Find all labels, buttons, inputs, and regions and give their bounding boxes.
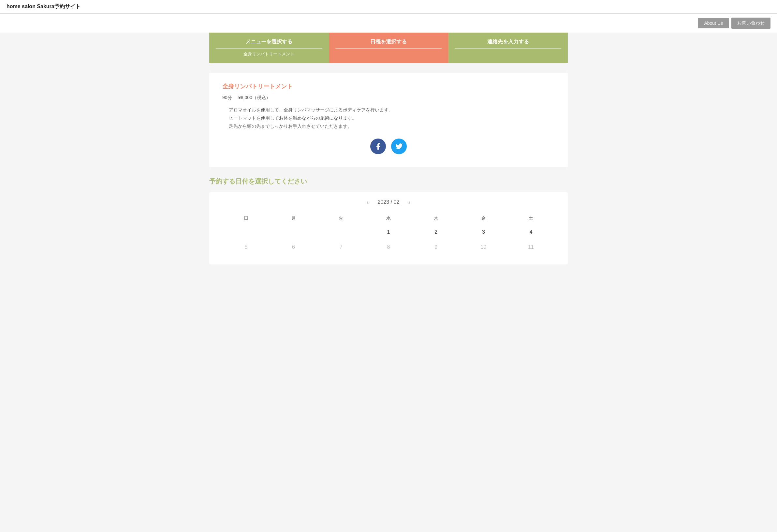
step-contact-title: 連絡先を入力する [455, 38, 561, 48]
facebook-icon[interactable] [370, 138, 386, 154]
calendar-day: 7 [317, 240, 365, 254]
steps-bar: メニューを選択する 全身リンパトリートメント 日程を選択する 連絡先を入力する [209, 32, 568, 63]
calendar-day [270, 225, 317, 240]
service-card: 全身リンパトリートメント 90分 ¥8,000（税込） アロマオイルを使用して、… [209, 73, 568, 167]
social-icons [222, 138, 555, 154]
calendar-day: 6 [270, 240, 317, 254]
service-price: ¥8,000（税込） [238, 95, 270, 100]
calendar-day: 10 [460, 240, 508, 254]
calendar-section: 予約する日付を選択してください ‹ 2023 / 02 › 日 月 火 水 木 … [209, 177, 568, 264]
contact-button[interactable]: お問い合わせ [732, 18, 771, 29]
calendar-day[interactable]: 2 [412, 225, 460, 240]
step-menu-sub: 全身リンパトリートメント [216, 51, 322, 57]
prev-month-button[interactable]: ‹ [364, 199, 371, 206]
service-description: アロマオイルを使用して、全身リンパマッサージによるボディケアを行います。 ヒート… [222, 106, 555, 131]
top-bar: home salon Sakura予約サイト [0, 0, 777, 14]
step-date[interactable]: 日程を選択する [329, 32, 448, 63]
weekday-tue: 火 [317, 212, 365, 225]
twitter-icon[interactable] [391, 138, 407, 154]
step-menu[interactable]: メニューを選択する 全身リンパトリートメント [209, 32, 329, 63]
weekday-fri: 金 [460, 212, 508, 225]
calendar-day [317, 225, 365, 240]
calendar-row: 1234 [222, 225, 555, 240]
calendar-weekdays: 日 月 火 水 木 金 土 [222, 212, 555, 225]
weekday-thu: 木 [412, 212, 460, 225]
calendar-day: 9 [412, 240, 460, 254]
calendar-row: 567891011 [222, 240, 555, 254]
calendar-container: ‹ 2023 / 02 › 日 月 火 水 木 金 土 1 [209, 192, 568, 264]
about-us-button[interactable]: About Us [698, 18, 729, 28]
service-desc-line1: アロマオイルを使用して、全身リンパマッサージによるボディケアを行います。 [229, 106, 555, 114]
calendar-month-display: 2023 / 02 [378, 199, 400, 205]
step-menu-title: メニューを選択する [216, 38, 322, 48]
weekday-sat: 土 [507, 212, 555, 225]
calendar-day[interactable]: 1 [365, 225, 412, 240]
calendar-day[interactable]: 3 [460, 225, 508, 240]
calendar-nav: ‹ 2023 / 02 › [222, 199, 555, 206]
weekday-sun: 日 [222, 212, 270, 225]
service-duration: 90分 [222, 95, 232, 100]
calendar-day: 11 [507, 240, 555, 254]
service-title: 全身リンパトリートメント [222, 83, 555, 90]
step-date-title: 日程を選択する [335, 38, 442, 48]
calendar-day [222, 225, 270, 240]
calendar-grid: 日 月 火 水 木 金 土 1234567891011 [222, 212, 555, 254]
next-month-button[interactable]: › [406, 199, 413, 206]
calendar-day: 8 [365, 240, 412, 254]
site-title: home salon Sakura予約サイト [6, 3, 81, 10]
calendar-heading: 予約する日付を選択してください [209, 177, 568, 186]
weekday-wed: 水 [365, 212, 412, 225]
weekday-mon: 月 [270, 212, 317, 225]
header-nav: About Us お問い合わせ [0, 14, 777, 32]
calendar-day[interactable]: 4 [507, 225, 555, 240]
service-desc-line3: 足先から頭の先までしっかりお手入れさせていただきます。 [229, 122, 555, 130]
calendar-day: 5 [222, 240, 270, 254]
service-info: 90分 ¥8,000（税込） [222, 95, 555, 101]
step-contact[interactable]: 連絡先を入力する [448, 32, 568, 63]
service-desc-line2: ヒートマットを使用してお体を温めながらの施術になります。 [229, 114, 555, 122]
